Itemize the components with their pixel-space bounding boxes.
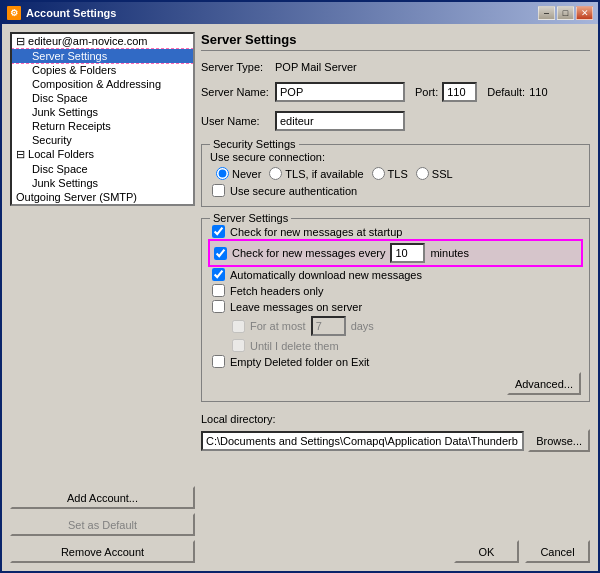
tree-item-local-junk[interactable]: Junk Settings xyxy=(12,176,193,190)
tree-copies-label: Copies & Folders xyxy=(32,64,116,76)
tree-disc-space-label: Disc Space xyxy=(32,92,88,104)
advanced-button[interactable]: Advanced... xyxy=(507,372,581,395)
port-input[interactable] xyxy=(442,82,477,102)
right-pane: Server Settings Server Type: POP Mail Se… xyxy=(201,32,590,480)
tree-account-label: editeur@am-novice.com xyxy=(28,35,147,47)
radio-tls-available[interactable] xyxy=(269,167,282,180)
check-startup-label: Check for new messages at startup xyxy=(230,226,402,238)
tree-item-copies-folders[interactable]: Copies & Folders xyxy=(12,63,193,77)
radio-tls-label: TLS xyxy=(388,168,408,180)
for-at-most-input[interactable] xyxy=(311,316,346,336)
title-bar: ⚙ Account Settings – □ ✕ xyxy=(2,2,598,24)
port-label: Port: xyxy=(415,86,438,98)
tree-local-disc-label: Disc Space xyxy=(32,163,88,175)
tree-item-local-folders[interactable]: ⊟ Local Folders xyxy=(12,147,193,162)
secure-auth-checkbox[interactable] xyxy=(212,184,225,197)
set-default-button[interactable]: Set as Default xyxy=(10,513,195,536)
maximize-button[interactable]: □ xyxy=(557,6,574,20)
tree-return-receipts-label: Return Receipts xyxy=(32,120,111,132)
default-value: 110 xyxy=(529,86,547,98)
server-name-input[interactable] xyxy=(275,82,405,102)
secure-conn-radio-group: Never TLS, if available TLS SSL xyxy=(210,167,581,180)
advanced-btn-row: Advanced... xyxy=(210,372,581,395)
server-name-row: Server Name: Port: Default: 110 xyxy=(201,82,590,102)
tree-item-junk-settings[interactable]: Junk Settings xyxy=(12,105,193,119)
empty-deleted-checkbox[interactable] xyxy=(212,355,225,368)
tree-item-disc-space[interactable]: Disc Space xyxy=(12,91,193,105)
fetch-headers-checkbox[interactable] xyxy=(212,284,225,297)
server-type-value: POP Mail Server xyxy=(275,61,357,73)
secure-auth-row: Use secure authentication xyxy=(210,184,581,197)
window-title: Account Settings xyxy=(26,7,116,19)
until-delete-checkbox[interactable] xyxy=(232,339,245,352)
title-bar-controls: – □ ✕ xyxy=(538,6,593,20)
tree-item-return-receipts[interactable]: Return Receipts xyxy=(12,119,193,133)
tree-item-composition[interactable]: Composition & Addressing xyxy=(12,77,193,91)
main-layout: ⊟ editeur@am-novice.com Server Settings … xyxy=(2,24,598,480)
section-title: Server Settings xyxy=(201,32,590,51)
until-delete-label: Until I delete them xyxy=(250,340,339,352)
tree-item-security[interactable]: Security xyxy=(12,133,193,147)
server-type-label: Server Type: xyxy=(201,61,271,73)
empty-deleted-label: Empty Deleted folder on Exit xyxy=(230,356,369,368)
minutes-label: minutes xyxy=(430,247,469,259)
remove-account-button[interactable]: Remove Account xyxy=(10,540,195,563)
radio-tls-avail-row: TLS, if available xyxy=(269,167,363,180)
until-delete-row: Until I delete them xyxy=(210,339,581,352)
auto-download-row: Automatically download new messages xyxy=(210,268,581,281)
security-settings-group: Security Settings Use secure connection:… xyxy=(201,144,590,207)
expand-icon-account: ⊟ xyxy=(16,35,28,47)
radio-ssl[interactable] xyxy=(416,167,429,180)
tree-composition-label: Composition & Addressing xyxy=(32,78,161,90)
tree-item-account[interactable]: ⊟ editeur@am-novice.com xyxy=(12,34,193,49)
tree-item-server-settings[interactable]: Server Settings xyxy=(12,49,193,63)
check-startup-row: Check for new messages at startup xyxy=(210,225,581,238)
ok-button[interactable]: OK xyxy=(454,540,519,563)
local-dir-input[interactable] xyxy=(201,431,524,451)
radio-never[interactable] xyxy=(216,167,229,180)
add-account-button[interactable]: Add Account... xyxy=(10,486,195,509)
days-label: days xyxy=(351,320,374,332)
username-label: User Name: xyxy=(201,115,271,127)
radio-ssl-row: SSL xyxy=(416,167,453,180)
check-every-label: Check for new messages every xyxy=(232,247,385,259)
empty-deleted-row: Empty Deleted folder on Exit xyxy=(210,355,581,368)
for-at-most-row: For at most days xyxy=(210,316,581,336)
for-at-most-checkbox[interactable] xyxy=(232,320,245,333)
radio-never-row: Never xyxy=(216,167,261,180)
window-icon: ⚙ xyxy=(7,6,21,20)
footer: Add Account... Set as Default Remove Acc… xyxy=(2,480,598,571)
check-startup-checkbox[interactable] xyxy=(212,225,225,238)
leave-messages-row: Leave messages on server xyxy=(210,300,581,313)
close-button[interactable]: ✕ xyxy=(576,6,593,20)
tree-local-junk-label: Junk Settings xyxy=(32,177,98,189)
check-every-checkbox[interactable] xyxy=(214,247,227,260)
cancel-button[interactable]: Cancel xyxy=(525,540,590,563)
check-every-input[interactable] xyxy=(390,243,425,263)
secure-conn-label: Use secure connection: xyxy=(210,151,325,163)
for-at-most-label: For at most xyxy=(250,320,306,332)
radio-tls-row: TLS xyxy=(372,167,408,180)
auto-download-checkbox[interactable] xyxy=(212,268,225,281)
local-dir-row: Browse... xyxy=(201,429,590,452)
auto-download-label: Automatically download new messages xyxy=(230,269,422,281)
account-tree: ⊟ editeur@am-novice.com Server Settings … xyxy=(10,32,195,206)
server-settings-group: Server Settings Check for new messages a… xyxy=(201,218,590,402)
browse-button[interactable]: Browse... xyxy=(528,429,590,452)
leave-messages-checkbox[interactable] xyxy=(212,300,225,313)
radio-tls[interactable] xyxy=(372,167,385,180)
radio-tls-avail-label: TLS, if available xyxy=(285,168,363,180)
secure-auth-label: Use secure authentication xyxy=(230,185,357,197)
username-input[interactable] xyxy=(275,111,405,131)
tree-item-local-disc-space[interactable]: Disc Space xyxy=(12,162,193,176)
tree-server-settings-label: Server Settings xyxy=(32,50,107,62)
left-column: ⊟ editeur@am-novice.com Server Settings … xyxy=(10,32,195,480)
radio-ssl-label: SSL xyxy=(432,168,453,180)
tree-item-outgoing-smtp[interactable]: Outgoing Server (SMTP) xyxy=(12,190,193,204)
radio-never-label: Never xyxy=(232,168,261,180)
tree-security-label: Security xyxy=(32,134,72,146)
leave-messages-label: Leave messages on server xyxy=(230,301,362,313)
minimize-button[interactable]: – xyxy=(538,6,555,20)
secure-conn-row: Use secure connection: xyxy=(210,151,581,163)
default-label: Default: xyxy=(487,86,525,98)
